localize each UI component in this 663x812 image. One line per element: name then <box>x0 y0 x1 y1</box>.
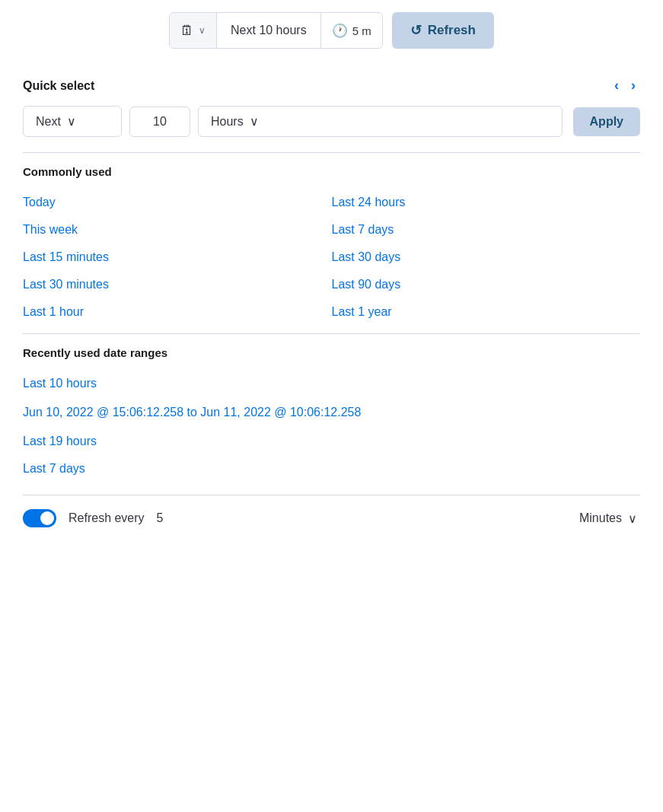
commonly-used-title: Commonly used <box>23 165 640 178</box>
last-90-days-link[interactable]: Last 90 days <box>332 271 641 298</box>
refresh-interval-value: 5 m <box>352 24 371 37</box>
recently-used-list: Last 10 hours Jun 10, 2022 @ 15:06:12.25… <box>23 370 640 482</box>
refresh-icon: ↺ <box>410 22 422 39</box>
commonly-used-right-col: Last 24 hours Last 7 days Last 30 days L… <box>332 189 641 326</box>
time-picker-group: 🗓 ∨ Next 10 hours 🕐 5 m <box>169 12 383 49</box>
quick-select-title: Quick select <box>23 79 94 93</box>
unit-select[interactable]: Hours ∨ <box>198 106 563 137</box>
main-panel: Quick select ‹ › Next ∨ 10 Hours ∨ Apply… <box>0 61 663 541</box>
time-range-label: Next 10 hours <box>217 13 321 48</box>
refresh-unit-select[interactable]: Minutes ∨ <box>579 511 640 526</box>
calendar-button[interactable]: 🗓 ∨ <box>170 13 217 48</box>
clock-icon: 🕐 <box>332 23 348 39</box>
refresh-button[interactable]: ↺ Refresh <box>392 12 494 49</box>
last-1-hour-link[interactable]: Last 1 hour <box>23 298 332 326</box>
refresh-unit-label: Minutes <box>579 511 622 525</box>
recent-item-1[interactable]: Jun 10, 2022 @ 15:06:12.258 to Jun 11, 2… <box>23 397 640 428</box>
direction-select[interactable]: Next ∨ <box>23 106 122 137</box>
last-7-days-link[interactable]: Last 7 days <box>332 216 641 244</box>
commonly-used-grid: Today This week Last 15 minutes Last 30 … <box>23 189 640 326</box>
direction-chevron-icon: ∨ <box>67 114 76 129</box>
last-1-year-link[interactable]: Last 1 year <box>332 298 641 326</box>
nav-prev-button[interactable]: ‹ <box>610 76 623 95</box>
refresh-unit-chevron-icon: ∨ <box>628 511 637 526</box>
last-30-minutes-link[interactable]: Last 30 minutes <box>23 271 332 298</box>
auto-refresh-footer: Refresh every 5 Minutes ∨ <box>23 495 640 541</box>
recent-item-2[interactable]: Last 19 hours <box>23 428 640 455</box>
toggle-container <box>23 509 56 527</box>
today-link[interactable]: Today <box>23 189 332 216</box>
this-week-link[interactable]: This week <box>23 216 332 244</box>
refresh-label: Refresh <box>428 23 476 38</box>
calendar-icon: 🗓 <box>180 23 194 39</box>
refresh-toggle[interactable] <box>23 509 56 527</box>
last-15-minutes-link[interactable]: Last 15 minutes <box>23 244 332 271</box>
recent-item-0[interactable]: Last 10 hours <box>23 370 640 397</box>
nav-next-button[interactable]: › <box>626 76 640 95</box>
top-bar: 🗓 ∨ Next 10 hours 🕐 5 m ↺ Refresh <box>0 0 663 61</box>
divider-1 <box>23 152 640 153</box>
recently-used-section: Recently used date ranges Last 10 hours … <box>23 346 640 482</box>
unit-chevron-icon: ∨ <box>250 114 259 129</box>
nav-arrows: ‹ › <box>610 76 640 95</box>
recently-used-title: Recently used date ranges <box>23 346 640 359</box>
commonly-used-left-col: Today This week Last 15 minutes Last 30 … <box>23 189 332 326</box>
unit-label: Hours <box>211 115 244 129</box>
number-input[interactable]: 10 <box>129 107 190 137</box>
last-24-hours-link[interactable]: Last 24 hours <box>332 189 641 216</box>
calendar-chevron-icon: ∨ <box>199 25 206 36</box>
refresh-every-label: Refresh every <box>69 511 145 525</box>
last-30-days-link[interactable]: Last 30 days <box>332 244 641 271</box>
toggle-track <box>23 509 56 527</box>
commonly-used-section: Commonly used Today This week Last 15 mi… <box>23 165 640 326</box>
apply-button[interactable]: Apply <box>573 107 640 136</box>
divider-2 <box>23 333 640 334</box>
quick-select-header: Quick select ‹ › <box>23 61 640 106</box>
recent-item-3[interactable]: Last 7 days <box>23 455 640 482</box>
refresh-interval-display: 🕐 5 m <box>321 13 382 48</box>
toggle-thumb <box>40 511 54 525</box>
refresh-number-value: 5 <box>157 511 164 525</box>
quick-select-controls: Next ∨ 10 Hours ∨ Apply <box>23 106 640 137</box>
direction-label: Next <box>36 115 61 129</box>
